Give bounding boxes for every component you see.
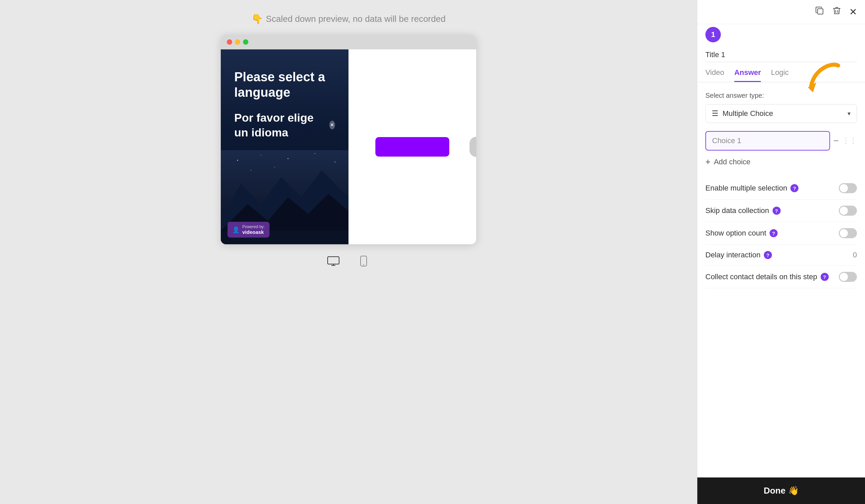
browser-window: Please select a language Por favor elige…	[221, 35, 476, 244]
list-icon: ☰	[712, 109, 718, 118]
toggle-label-contact: Collect contact details on this step ?	[705, 272, 829, 281]
toggle-multiple-switch[interactable]	[839, 183, 857, 193]
help-contact-icon[interactable]: ?	[821, 273, 829, 281]
help-delay-icon[interactable]: ?	[764, 251, 772, 259]
delay-value[interactable]: 0	[853, 251, 857, 259]
tab-video[interactable]: Video	[705, 68, 724, 82]
toggle-contact-switch[interactable]	[839, 272, 857, 282]
answer-type-left: ☰ Multiple Choice	[712, 109, 773, 118]
choice-button-preview	[376, 137, 449, 156]
powered-by-badge: 👤 Powered by: videoask	[228, 222, 269, 237]
done-bar[interactable]: Done 👋	[697, 478, 865, 504]
choice-1-remove[interactable]: −	[833, 136, 839, 146]
mobile-toggle[interactable]	[355, 254, 372, 268]
title-input[interactable]	[705, 48, 857, 62]
choice-input-row: − ⋮⋮	[705, 131, 857, 151]
minimize-dot[interactable]	[235, 39, 240, 45]
video-title: Please select a language	[234, 70, 335, 100]
video-panel: Please select a language Por favor elige…	[221, 49, 348, 244]
maximize-dot[interactable]	[243, 39, 248, 45]
svg-point-10	[251, 170, 251, 171]
answer-type-label: Select answer type:	[705, 92, 857, 99]
answer-type-dropdown[interactable]: ☰ Multiple Choice ▾	[705, 104, 857, 123]
toggle-skip-switch[interactable]	[839, 206, 857, 216]
toggle-label-multiple: Enable multiple selection ?	[705, 184, 798, 192]
title-section	[697, 24, 865, 62]
add-plus-icon: +	[705, 156, 711, 167]
video-text: Please select a language Por favor elige…	[234, 70, 335, 140]
panel-toolbar: ✕	[697, 0, 865, 24]
svg-rect-11	[328, 257, 339, 264]
answer-type-selected: Multiple Choice	[723, 109, 773, 118]
tabs: Video Answer Logic	[697, 62, 865, 82]
toggle-label-delay: Delay interaction ?	[705, 251, 772, 259]
warning-icon: 👇	[251, 13, 263, 24]
svg-point-4	[237, 160, 238, 161]
svg-point-6	[288, 158, 289, 159]
video-subtitle: Por favor elige un idioma ×	[234, 110, 335, 140]
choice-1-input[interactable]	[705, 131, 830, 151]
help-skip-icon[interactable]: ?	[773, 207, 781, 215]
step-badge: 1	[705, 27, 721, 42]
delete-icon[interactable]	[832, 6, 841, 18]
toggle-label-skip: Skip data collection ?	[705, 206, 781, 215]
svg-point-5	[261, 155, 262, 155]
toggle-label-option-count: Show option count ?	[705, 229, 777, 237]
help-multiple-icon[interactable]: ?	[791, 184, 798, 192]
videoask-logo-icon: 👤	[232, 226, 240, 234]
subtitle-close-badge[interactable]: ×	[329, 121, 335, 129]
toggle-option-count-switch[interactable]	[839, 228, 857, 238]
toggle-show-option-count: Show option count ?	[705, 222, 857, 245]
svg-point-8	[335, 162, 336, 163]
close-dot[interactable]	[227, 39, 232, 45]
svg-point-7	[314, 153, 315, 154]
svg-point-16	[363, 265, 364, 266]
device-toggles	[325, 254, 372, 268]
add-choice-label: Add choice	[714, 157, 750, 166]
preview-notice: 👇 Scaled down preview, no data will be r…	[251, 13, 446, 24]
add-choice-button[interactable]: + Add choice	[705, 156, 857, 167]
toggle-collect-contact: Collect contact details on this step ?	[705, 266, 857, 288]
browser-titlebar	[221, 35, 476, 49]
tab-logic[interactable]: Logic	[771, 68, 789, 82]
panel-body: Select answer type: ☰ Multiple Choice ▾ …	[697, 82, 865, 478]
svg-point-9	[274, 167, 275, 167]
help-option-count-icon[interactable]: ?	[770, 229, 777, 237]
scroll-handle[interactable]	[470, 137, 476, 157]
toggle-delay-interaction: Delay interaction ? 0	[705, 245, 857, 266]
tab-answer[interactable]: Answer	[734, 68, 761, 82]
choice-panel	[348, 49, 476, 244]
choice-1-drag-handle[interactable]: ⋮⋮	[842, 137, 857, 145]
svg-rect-17	[818, 9, 823, 14]
browser-content: Please select a language Por favor elige…	[221, 49, 476, 244]
toggle-enable-multiple: Enable multiple selection ?	[705, 177, 857, 200]
close-icon[interactable]: ✕	[849, 7, 857, 17]
chevron-down-icon: ▾	[847, 110, 851, 117]
toggle-skip-data: Skip data collection ?	[705, 200, 857, 222]
right-panel: ✕ 1 Video Answer Logic Select answer typ…	[697, 0, 865, 504]
desktop-toggle[interactable]	[325, 254, 342, 268]
done-button[interactable]: Done 👋	[763, 485, 798, 496]
copy-icon[interactable]	[815, 6, 824, 18]
